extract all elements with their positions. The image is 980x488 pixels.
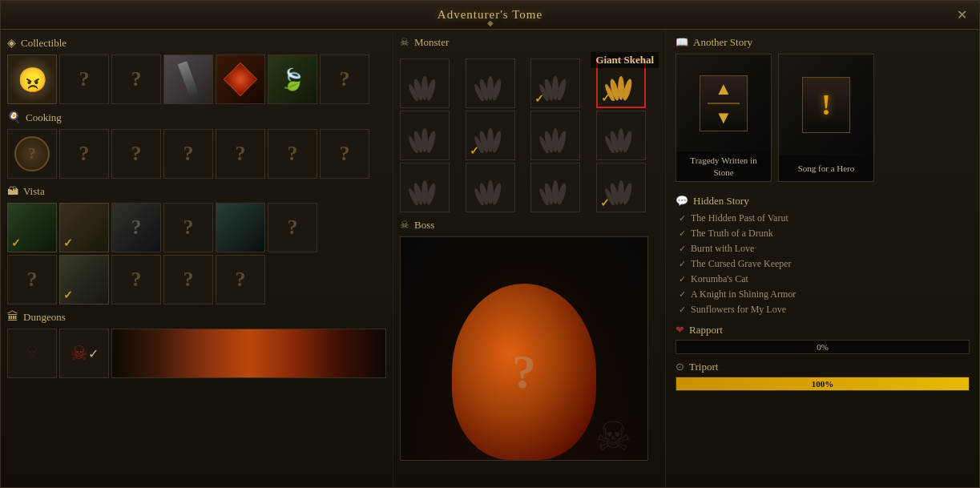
- story-card-hero[interactable]: ! Song for a Hero: [778, 54, 874, 182]
- title-decoration: ◆: [487, 18, 494, 27]
- tragedy-book-icon: ▲ ▼: [700, 75, 748, 131]
- claw-icon: [603, 118, 639, 153]
- cooking-item-5[interactable]: ?: [216, 129, 265, 179]
- monster-selected-name: Giant Skehal: [591, 52, 659, 68]
- collectible-item-4[interactable]: [163, 54, 213, 104]
- boss-area: ? ☠: [400, 236, 648, 461]
- monster-cell-2-0[interactable]: [400, 163, 450, 212]
- collectible-item-2[interactable]: ?: [59, 54, 109, 104]
- vista-1-3[interactable]: ?: [111, 203, 161, 252]
- dungeon-wide-image[interactable]: [111, 329, 386, 378]
- hidden-story-text-5: Korumba's Cat: [691, 273, 748, 285]
- hidden-story-list: ✓ The Hidden Past of Varut ✓ The Truth o…: [676, 211, 970, 317]
- left-panel: ◈ Collectible 😠 ? ?: [1, 30, 393, 487]
- hidden-story-text-7: Sunflowers for My Love: [691, 304, 786, 316]
- collectible-label: Collectible: [21, 37, 67, 50]
- close-button[interactable]: ✕: [954, 7, 970, 23]
- vista-2-3[interactable]: ?: [111, 255, 161, 304]
- another-story-icon: 📖: [676, 36, 688, 49]
- monster-cell-2-3[interactable]: ✓: [596, 163, 646, 212]
- cooking-header: 🍳 Cooking: [7, 111, 386, 124]
- cooking-item-7[interactable]: ?: [320, 129, 369, 179]
- cooking-icon: 🍳: [7, 111, 21, 124]
- monster-cell-2-1[interactable]: [466, 163, 515, 212]
- cooking-item-6[interactable]: ?: [268, 129, 317, 179]
- monster-cell-1-3[interactable]: [596, 111, 646, 160]
- cooking-item-3[interactable]: ?: [111, 129, 161, 179]
- vista-1-1[interactable]: ✓: [7, 203, 57, 252]
- rapport-icon: ❤: [676, 324, 684, 337]
- boss-skull-watermark: ☠: [595, 413, 631, 460]
- triport-section: ⊙ Triport 100%: [676, 361, 970, 391]
- hidden-story-item-6[interactable]: ✓ A Knight in Shining Armor: [676, 287, 970, 302]
- dungeon-icons-row: ☠ ☠ ✓: [7, 329, 386, 378]
- collectible-item-3[interactable]: ?: [111, 54, 161, 104]
- rapport-header: ❤ Rapport: [676, 324, 970, 337]
- vista-1-4[interactable]: ?: [163, 203, 213, 252]
- vista-1-5[interactable]: [216, 203, 265, 252]
- monster-cell-1-0[interactable]: [400, 111, 450, 160]
- vista-header: 🏔 Vista: [7, 185, 386, 198]
- cooking-label: Cooking: [26, 111, 62, 124]
- claw-icon: [538, 118, 573, 153]
- vista-row-1: ✓ ✓ ? ? ?: [7, 203, 386, 252]
- triport-bar: 100%: [676, 377, 970, 391]
- nail-img: [164, 55, 212, 103]
- collectible-grid: 😠 ? ?: [7, 54, 386, 104]
- another-story-header: 📖 Another Story: [676, 36, 970, 49]
- check-icon-4: ✓: [679, 259, 686, 269]
- tragedy-label: Tragedy Written in Stone: [676, 151, 771, 181]
- rapport-section: ❤ Rapport 0%: [676, 324, 970, 354]
- check-icon-6: ✓: [679, 289, 686, 300]
- check-icon-2: ✓: [679, 228, 686, 239]
- rapport-label: Rapport: [689, 324, 723, 337]
- vista-row-2: ? ✓ ? ? ?: [7, 255, 386, 304]
- collectible-header: ◈ Collectible: [7, 36, 386, 50]
- hidden-story-item-3[interactable]: ✓ Burnt with Love: [676, 241, 970, 256]
- cooking-item-2[interactable]: ?: [59, 129, 109, 179]
- hidden-story-item-5[interactable]: ✓ Korumba's Cat: [676, 272, 970, 287]
- boss-header: ☠ Boss: [400, 219, 659, 232]
- cooking-item-1[interactable]: ?: [7, 129, 57, 179]
- vista-2-2[interactable]: ✓: [59, 255, 109, 304]
- collectible-item-7[interactable]: ?: [320, 54, 369, 104]
- vista-1-2[interactable]: ✓: [59, 203, 109, 252]
- triport-header: ⊙ Triport: [676, 361, 970, 373]
- hidden-story-item-1[interactable]: ✓ The Hidden Past of Varut: [676, 211, 970, 226]
- hidden-story-item-4[interactable]: ✓ The Cursed Grave Keeper: [676, 256, 970, 272]
- leaf-img: 🍃: [268, 55, 317, 103]
- dungeon-icon-1[interactable]: ☠: [7, 329, 57, 378]
- hidden-story-item-7[interactable]: ✓ Sunflowers for My Love: [676, 302, 970, 317]
- hidden-story-text-1: The Hidden Past of Varut: [691, 212, 788, 224]
- vista-2-4[interactable]: ?: [163, 255, 213, 304]
- vista-2-1[interactable]: ?: [7, 255, 57, 304]
- claw-icon: [407, 66, 442, 101]
- main-window: Adventurer's Tome ◆ ✕ ◈ Collectible 😠 ? …: [0, 0, 980, 488]
- another-story-label: Another Story: [693, 36, 752, 49]
- hidden-story-item-2[interactable]: ✓ The Truth of a Drunk: [676, 226, 970, 241]
- monster-label: Monster: [414, 36, 449, 49]
- content-area: ◈ Collectible 😠 ? ?: [1, 30, 979, 487]
- hidden-story-text-6: A Knight in Shining Armor: [691, 288, 796, 300]
- check-icon-7: ✓: [679, 304, 686, 315]
- monster-cell-2-2[interactable]: [530, 163, 580, 212]
- dungeon-icon-2[interactable]: ☠ ✓: [59, 329, 109, 378]
- vista-label: Vista: [23, 185, 45, 198]
- face-icon: 😠: [18, 66, 47, 94]
- collectible-item-6[interactable]: 🍃: [268, 54, 317, 104]
- cooking-item-4[interactable]: ?: [163, 129, 213, 179]
- claw-icon: [473, 170, 508, 205]
- claw-icon: [473, 66, 508, 101]
- monster-grid: ✓ ✓: [400, 58, 659, 212]
- triport-percent: 100%: [812, 379, 834, 389]
- vista-2-5[interactable]: ?: [216, 255, 265, 304]
- monster-cell-1-1[interactable]: ✓: [466, 111, 515, 160]
- vista-1-6[interactable]: ?: [268, 203, 317, 252]
- monster-cell-1-2[interactable]: [530, 111, 580, 160]
- collectible-item-5[interactable]: [216, 54, 265, 104]
- story-card-tragedy[interactable]: ▲ ▼ Tragedy Written in Stone: [676, 54, 772, 182]
- hidden-story-label: Hidden Story: [693, 195, 749, 208]
- boss-label: Boss: [414, 219, 434, 232]
- collectible-item-1[interactable]: 😠: [7, 54, 57, 104]
- triport-label: Triport: [689, 361, 718, 373]
